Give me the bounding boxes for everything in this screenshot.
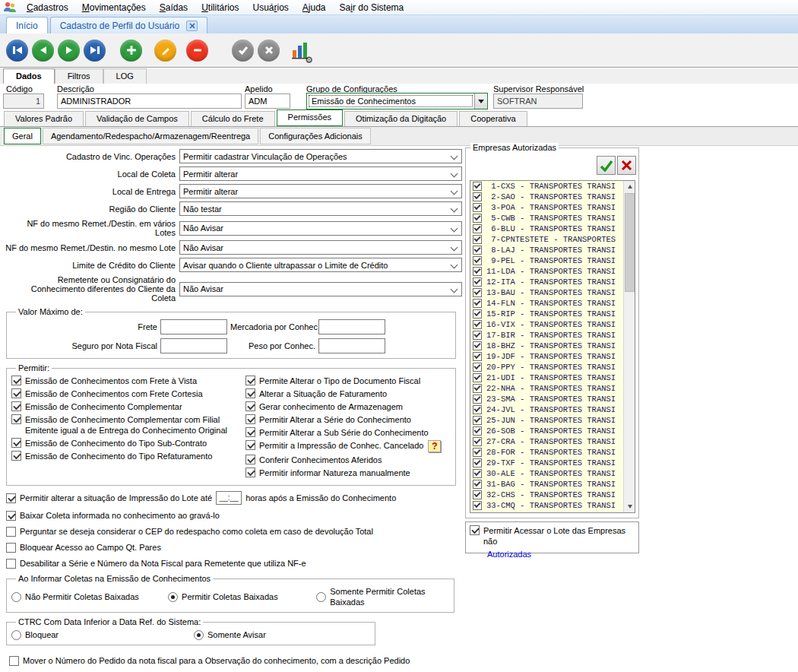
checkbox-permitir-a-impress-o-de-conhec-cancelado[interactable]: Permitir a Impressão de Conhec. Cancelad… — [245, 440, 451, 452]
section-tab-permiss-es[interactable]: Permissões — [277, 109, 343, 126]
chart-button[interactable]: ⚙ — [289, 40, 311, 62]
cancel-button[interactable] — [258, 40, 280, 62]
input-mercadoria-por-conhec[interactable] — [318, 319, 385, 334]
empresa-row[interactable]: 19-JDF - TRANSPORTES TRANSI — [470, 351, 635, 362]
empresa-row[interactable]: 14-FLN - TRANSPORTES TRANSI — [470, 298, 635, 309]
empresa-row[interactable]: 17-BIR - TRANSPORTES TRANSI — [470, 330, 635, 341]
checkbox-gerar-conhecimento-de-armazenagem[interactable]: Gerar conhecimento de Armazenagem — [245, 401, 451, 412]
section-tab-otimiza-o-da-digita-o[interactable]: Otimização da Digitação — [344, 111, 458, 126]
empresa-row[interactable]: 26-SOB - TRANSPORTES TRANSI — [470, 426, 635, 436]
empresa-row[interactable]: 13-BAU - TRANSPORTES TRANSI — [470, 287, 635, 298]
checkbox-permitir-alterar-a-s-rie-do-conhecimento[interactable]: Permitir Alterar a Série do Conhecimento — [245, 414, 451, 425]
empresa-row[interactable]: 31-BAG - TRANSPORTES TRANSI — [470, 479, 635, 490]
input-seguro-por-nota-fiscal[interactable] — [160, 338, 227, 353]
dropdown-remetente-ou-consignat-rio-do-conhecimento[interactable]: Não Avisar — [179, 282, 462, 296]
dropdown-local-de-entrega[interactable]: Permitir alterar — [179, 184, 462, 198]
empresa-row[interactable]: 18-BHZ - TRANSPORTES TRANSI — [470, 341, 635, 351]
radio-permitir-coletas-baixadas[interactable]: Permitir Coletas Baixadas — [168, 591, 316, 602]
empresa-row[interactable]: 12-ITA - TRANSPORTES TRANSI — [470, 277, 635, 287]
empresa-row[interactable]: 23-SMA - TRANSPORTES TRANSI — [470, 394, 635, 404]
checkbox-mover-o-n-mero-do-pedido-da-nota-fiscal-pa[interactable]: Mover o Número do Pedido da nota fiscal … — [6, 653, 462, 668]
section-tab-c-lculo-do-frete[interactable]: Cálculo do Frete — [191, 111, 275, 126]
checkbox-emiss-o-de-conhecimentos-com-frete-cortesi[interactable]: Emissão de Conhecimentos com Frete Corte… — [11, 388, 245, 399]
uncheck-all-button[interactable] — [617, 156, 636, 175]
empresa-row[interactable]: 2-SAO - TRANSPORTES TRANSI — [470, 192, 635, 202]
empresa-row[interactable]: 22-NHA - TRANSPORTES TRANSI — [470, 383, 635, 394]
close-tab-icon[interactable] — [186, 21, 198, 31]
edit-button[interactable] — [154, 40, 176, 62]
empresa-row[interactable]: 1-CXS - TRANSPORTES TRANSI — [470, 181, 635, 192]
time-input[interactable]: __:__ — [216, 491, 242, 505]
empresa-row[interactable]: 28-FOR - TRANSPORTES TRANSI — [470, 447, 635, 458]
checkbox-permitir-informar-natureza-manualmente[interactable]: Permitir informar Natureza manualmente — [245, 468, 451, 478]
descricao-field[interactable]: ADMINISTRADOR — [57, 94, 242, 109]
checkbox-permitir-alterar-a-sub-s-rie-do-conhecimen[interactable]: Permitir Alterar a Sub Série do Conhecim… — [245, 427, 451, 438]
empresa-row[interactable]: 30-ALE - TRANSPORTES TRANSI — [470, 468, 635, 479]
empresas-scrollbar[interactable] — [623, 181, 635, 512]
nav-first-button[interactable] — [6, 40, 28, 62]
checkbox-emiss-o-de-conhecimento-complementar-com-f[interactable]: Emissão de Conhecimento Complementar com… — [11, 414, 245, 436]
menu-item-ajuda[interactable]: Ajuda — [296, 0, 333, 15]
empresa-row[interactable]: 15-RIP - TRANSPORTES TRANSI — [470, 309, 635, 319]
grupo-configuracoes-select[interactable]: Emissão de Conhecimentos — [306, 93, 488, 109]
radio-somente-avisar[interactable]: Somente Avisar — [194, 629, 266, 640]
tab-inicio[interactable]: Início — [6, 17, 48, 33]
radio-bloquear[interactable]: Bloquear — [11, 629, 194, 640]
checkbox-permitir-acessar-lote[interactable]: Permitir Acessar o Lote das Empresas não — [470, 525, 635, 547]
nav-last-button[interactable] — [84, 40, 106, 62]
delete-button[interactable] — [186, 40, 208, 62]
dropdown-limite-de-cr-dito-do-cliente[interactable]: Avisar quando o Cliente ultrapassar o Li… — [179, 258, 462, 272]
empresa-row[interactable]: 9-PEL - TRANSPORTES TRANSI — [470, 255, 635, 266]
checkbox-baixar-coleta-informada-no-conhecimento-ao[interactable]: Baixar Coleta informada no conhecimento … — [6, 510, 462, 521]
checkbox-emiss-o-de-conhecimento-do-tipo-sub-contra[interactable]: Emissão de Conhecimento do Tipo Sub-Cont… — [11, 438, 245, 449]
combo-arrow-icon[interactable] — [474, 94, 487, 109]
tab-dados[interactable]: Dados — [3, 68, 55, 84]
apelido-field[interactable]: ADM — [245, 94, 290, 109]
empresa-row[interactable]: 29-TXF - TRANSPORTES TRANSI — [470, 458, 635, 468]
radio-somente-permitir-coletas-baixadas[interactable]: Somente Permitir Coletas Baixadas — [316, 586, 449, 607]
radio-n-o-permitir-coletas-baixadas[interactable]: Não Permitir Coletas Baixadas — [11, 591, 168, 602]
nav-prev-button[interactable] — [32, 40, 54, 62]
add-button[interactable] — [120, 40, 142, 62]
section-tab-cooperativa[interactable]: Cooperativa — [459, 111, 527, 126]
input-peso-por-conhec[interactable] — [318, 338, 385, 353]
empresa-row[interactable]: 8-LAJ - TRANSPORTES TRANSI — [470, 245, 635, 255]
tab-cadastro-perfil[interactable]: Cadastro de Perfil do Usuário — [50, 17, 207, 33]
sub-tab-configura-es-adicionais[interactable]: Configurações Adicionais — [260, 128, 371, 144]
check-all-button[interactable] — [597, 156, 616, 175]
confirm-button[interactable] — [232, 40, 254, 62]
empresa-row[interactable]: 27-CRA - TRANSPORTES TRANSI — [470, 436, 635, 447]
checkbox-desabilitar-a-s-rie-e-n-mero-da-nota-fisca[interactable]: Desabilitar a Série e Número da Nota Fis… — [6, 558, 462, 569]
empresa-row[interactable]: 20-PPY - TRANSPORTES TRANSI — [470, 362, 635, 372]
empresa-row[interactable]: 21-UDI - TRANSPORTES TRANSI — [470, 372, 635, 383]
menu-item-cadastros[interactable]: Cadastros — [20, 0, 75, 15]
checkbox-emiss-o-de-conhecimento-complementar[interactable]: Emissão de Conhecimento Complementar — [11, 401, 245, 412]
empresa-row[interactable]: 24-JVL - TRANSPORTES TRANSI — [470, 404, 635, 415]
section-tab-valores-padr-o[interactable]: Valores Padrão — [4, 111, 84, 126]
scroll-up-icon[interactable] — [624, 181, 635, 192]
dropdown-nf-do-mesmo-remet-destin-em-v-rios-lotes[interactable]: Não Avisar — [179, 221, 462, 236]
menu-item-utilit-rios[interactable]: Utilitários — [195, 0, 245, 15]
checkbox-permite-alterar-o-tipo-de-documento-fiscal[interactable]: Permite Alterar o Tipo de Documento Fisc… — [245, 376, 451, 386]
section-tab-valida-o-de-campos[interactable]: Validação de Campos — [85, 111, 189, 126]
dropdown-regi-o-do-cliente[interactable]: Não testar — [179, 201, 462, 216]
checkbox-conferir-conhecimentos-aferidos[interactable]: Conferir Conhecimentos Aferidos — [245, 455, 451, 465]
tab-filtros[interactable]: Filtros — [55, 68, 103, 84]
dropdown-cadastro-de-vinc-opera-es[interactable]: Permitir cadastrar Vinculação de Operaçõ… — [179, 149, 462, 163]
checkbox-bloquear-acesso-ao-campo-qt-pares[interactable]: Bloquear Acesso ao Campo Qt. Pares — [6, 542, 462, 553]
empresa-row[interactable]: 16-VIX - TRANSPORTES TRANSI — [470, 319, 635, 330]
menu-item-usu-rios[interactable]: Usuários — [245, 0, 295, 15]
checkbox-emiss-o-de-conhecimentos-com-frete-vista[interactable]: Emissão de Conhecimentos com Frete à Vis… — [11, 376, 245, 386]
empresa-row[interactable]: 3-POA - TRANSPORTES TRANSI — [470, 202, 635, 213]
scroll-thumb[interactable] — [625, 193, 635, 292]
sub-tab-geral[interactable]: Geral — [4, 128, 41, 144]
empresa-row[interactable]: 32-CHS - TRANSPORTES TRANSI — [470, 490, 635, 500]
checkbox-alterar-a-situa-o-de-faturamento[interactable]: Alterar a Situação de Faturamento — [245, 388, 451, 399]
menu-item-sa-das[interactable]: Saídas — [153, 0, 195, 15]
checkbox-emiss-o-de-conhecimento-do-tipo-refaturame[interactable]: Emissão de Conhecimento do Tipo Refatura… — [11, 451, 245, 461]
dropdown-local-de-coleta[interactable]: Permitir alterar — [179, 166, 462, 181]
help-icon[interactable]: ? — [428, 440, 441, 452]
menu-item-sair-do-sistema[interactable]: Sair do Sistema — [333, 0, 411, 15]
input-frete[interactable] — [160, 319, 227, 334]
checkbox-permitir-alterar-a-situa-o-de-impress-o-do[interactable]: Permitir alterar a situação de Impressão… — [6, 491, 462, 505]
